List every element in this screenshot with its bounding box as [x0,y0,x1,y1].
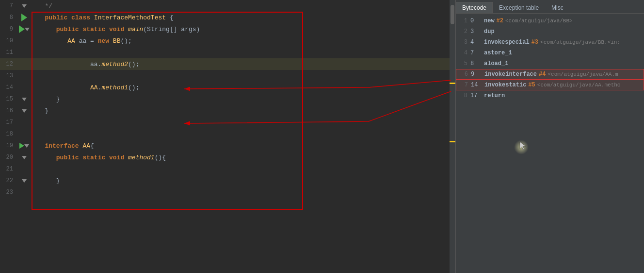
tab-misc[interactable]: Misc [545,2,570,13]
scroll-thumb[interactable] [451,5,454,24]
bc-ref-7: #5 [528,82,535,88]
bc-instr-7: invokestatic [484,82,526,88]
collapse-15[interactable] [22,98,27,101]
bc-line-1: 1 0 new #2 <com/atguigu/java/BB> [456,16,644,26]
run-indicator-9 [19,25,25,33]
collapse-7[interactable] [22,4,27,8]
bytecode-content[interactable]: 1 0 new #2 <com/atguigu/java/BB> 2 3 dup… [456,14,644,273]
gutter-9 [17,25,32,33]
line-content-15: } [32,96,455,103]
code-line-19: 19 interface AA{ [0,140,455,152]
scroll-mark-1 [450,83,455,84]
line-content-10: AA aa = new BB(); [32,37,455,45]
bc-line-2: 2 3 dup [456,26,644,37]
bc-instr-3: invokespecial [484,39,530,46]
bc-idx-4: 4 [460,50,467,56]
bc-line-8: 8 17 return [456,90,644,101]
line-num-9: 9 [0,26,17,33]
line-content-22: } [32,177,455,185]
run-indicator-8 [21,14,27,21]
bc-idx-8: 8 [460,92,467,99]
gutter-7 [17,4,32,8]
collapse-16[interactable] [22,109,27,113]
code-line-20: 20 public static void method1(){ [0,152,455,163]
bc-offset-5: 8 [470,60,482,67]
bc-ref-3: #3 [531,39,538,46]
collapse-20[interactable] [22,156,27,159]
bc-ref-1: #2 [497,17,503,24]
bc-instr-2: dup [484,28,495,35]
tab-bytecode[interactable]: Bytecode [456,2,493,13]
line-num-20: 20 [0,154,17,161]
bc-comment-6: <com/atguigu/java/AA.m [547,71,618,77]
code-line-9: 9 public static void main(String[] args) [0,23,455,35]
code-line-21: 21 [0,163,455,175]
line-content-12: aa.method2(); [32,61,455,68]
code-line-23: 23 [0,187,455,198]
bc-idx-6: 6 [460,71,468,78]
gutter-15 [17,98,32,101]
gutter-16 [17,109,32,113]
gutter-22 [17,179,32,183]
run-indicator-19 [19,143,24,149]
svg-marker-2 [520,142,526,150]
code-area: 7 */ 8 public class InterfaceMethodTest … [0,0,455,273]
bc-comment-3: <com/atguigu/java/BB.<in: [540,39,620,45]
code-line-12: 12 aa.method2(); [0,58,455,70]
line-num-17: 17 [0,119,17,126]
line-num-21: 21 [0,166,17,172]
line-num-23: 23 [0,189,17,196]
bc-idx-1: 1 [460,17,467,24]
gutter-19 [17,143,32,149]
collapse-22[interactable] [22,179,27,183]
line-num-22: 22 [0,177,17,184]
bc-instr-1: new [484,17,495,24]
code-line-8: 8 public class InterfaceMethodTest { [0,12,455,23]
line-num-13: 13 [0,72,17,79]
code-line-18: 18 [0,128,455,140]
collapse-19[interactable] [24,144,29,148]
gutter-8 [17,14,32,21]
code-line-15: 15 } [0,93,455,105]
line-num-8: 8 [0,14,17,21]
bc-line-5: 5 8 aload_1 [456,58,644,69]
cursor-area [456,101,644,198]
line-content-14: AA.method1(); [32,84,455,91]
bc-offset-3: 4 [470,39,482,46]
bc-offset-8: 17 [470,92,482,99]
code-scrollbar[interactable] [450,0,455,273]
bc-offset-6: 9 [471,71,483,78]
line-num-16: 16 [0,107,17,114]
code-panel: 7 */ 8 public class InterfaceMethodTest … [0,0,456,273]
line-num-15: 15 [0,96,17,102]
line-content-7: */ [32,2,455,10]
bc-offset-7: 14 [471,82,483,88]
bc-line-7: 7 14 invokestatic #5 <com/atguigu/java/A… [456,80,644,90]
bytecode-tab-bar: Bytecode Exception table Misc [456,0,644,14]
bc-line-4: 4 7 astore_1 [456,48,644,58]
bc-offset-4: 7 [470,50,482,56]
line-num-7: 7 [0,2,17,9]
line-content-19: interface AA{ [32,142,455,150]
bytecode-panel: Bytecode Exception table Misc 1 0 new #2… [456,0,644,273]
tab-exception-table[interactable]: Exception table [493,2,545,13]
mouse-cursor-icon [519,141,529,151]
line-num-12: 12 [0,61,17,68]
code-line-17: 17 [0,117,455,128]
gutter-20 [17,156,32,159]
line-num-10: 10 [0,37,17,44]
code-line-11: 11 [0,47,455,58]
bc-instr-4: astore_1 [484,50,512,56]
line-content-16: } [32,107,455,115]
line-num-18: 18 [0,131,17,137]
bc-idx-5: 5 [460,60,467,67]
bc-offset-1: 0 [470,17,482,24]
line-content-20: public static void method1(){ [32,154,455,161]
bc-ref-6: #4 [539,71,546,78]
scroll-mark-2 [450,141,455,142]
collapse-9[interactable] [25,28,30,31]
bc-instr-5: aload_1 [484,60,508,67]
bc-comment-7: <com/atguigu/java/AA.methc [537,82,621,88]
code-line-7: 7 */ [0,0,455,12]
code-line-13: 13 [0,70,455,82]
